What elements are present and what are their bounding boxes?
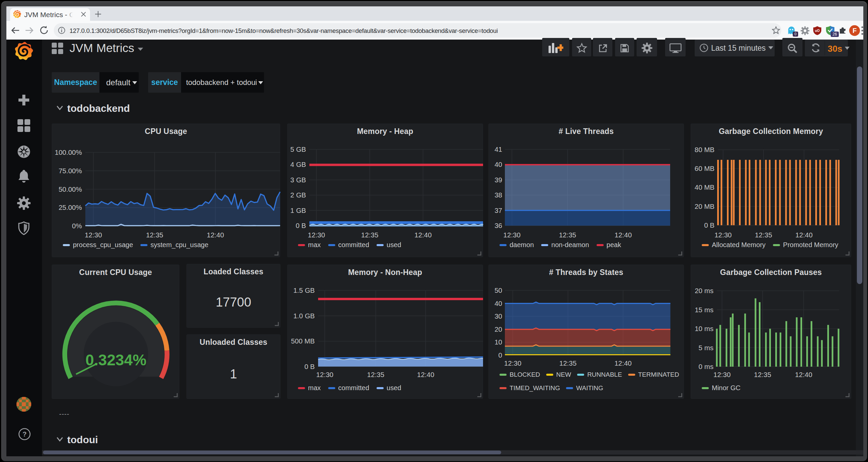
svg-text:12:35: 12:35 — [755, 231, 772, 239]
svg-text:39: 39 — [494, 176, 502, 184]
svg-text:12:40: 12:40 — [414, 231, 432, 239]
svg-text:12:35: 12:35 — [559, 231, 576, 239]
svg-text:25.00%: 25.00% — [58, 203, 82, 211]
svg-text:1 GB: 1 GB — [290, 206, 306, 214]
svg-text:12:30: 12:30 — [714, 231, 732, 239]
svg-text:12:40: 12:40 — [417, 371, 434, 378]
svg-text:0.3234%: 0.3234% — [85, 351, 147, 369]
svg-text:40 MB: 40 MB — [695, 183, 714, 191]
svg-text:1.5 GB: 1.5 GB — [293, 287, 315, 294]
svg-text:12:30: 12:30 — [316, 371, 333, 378]
svg-text:2 GB: 2 GB — [290, 191, 306, 199]
svg-text:0 ms: 0 ms — [699, 363, 713, 370]
svg-text:60 MB: 60 MB — [695, 165, 714, 172]
svg-text:30: 30 — [494, 312, 502, 320]
svg-text:50: 50 — [494, 287, 502, 294]
svg-text:5 GB: 5 GB — [290, 145, 306, 153]
svg-text:38: 38 — [494, 191, 502, 199]
svg-text:uO: uO — [815, 29, 819, 33]
svg-text:36: 36 — [494, 222, 502, 229]
svg-text:1.0 GB: 1.0 GB — [293, 312, 315, 320]
svg-text:12:35: 12:35 — [361, 231, 378, 239]
svg-text:20 ms: 20 ms — [695, 287, 713, 294]
svg-text:12:30: 12:30 — [504, 359, 521, 367]
svg-text:100.00%: 100.00% — [55, 148, 82, 156]
svg-text:12:35: 12:35 — [559, 359, 577, 367]
svg-text:10 ms: 10 ms — [695, 325, 713, 332]
svg-text:12:40: 12:40 — [614, 359, 631, 367]
svg-text:0 B: 0 B — [304, 363, 315, 370]
svg-text:12:30: 12:30 — [503, 231, 520, 239]
svg-text:80 MB: 80 MB — [695, 146, 714, 154]
svg-text:12:40: 12:40 — [615, 231, 632, 239]
svg-text:5 ms: 5 ms — [699, 344, 713, 352]
svg-text:12:35: 12:35 — [367, 371, 384, 378]
svg-text:4 GB: 4 GB — [290, 161, 306, 168]
svg-text:12:40: 12:40 — [796, 231, 813, 239]
svg-text:50.00%: 50.00% — [58, 185, 82, 193]
svg-text:40: 40 — [494, 161, 502, 168]
svg-text:12:30: 12:30 — [308, 231, 325, 239]
svg-text:75.00%: 75.00% — [58, 167, 82, 174]
svg-text:12:40: 12:40 — [795, 371, 812, 378]
svg-text:500 MB: 500 MB — [291, 337, 315, 345]
svg-text:0 B: 0 B — [296, 222, 306, 229]
svg-text:?: ? — [23, 430, 27, 438]
svg-text:0: 0 — [498, 351, 502, 359]
svg-text:12:30: 12:30 — [713, 371, 731, 378]
svg-text:37: 37 — [494, 206, 502, 214]
svg-text:41: 41 — [494, 145, 502, 153]
svg-text:12:35: 12:35 — [146, 231, 163, 239]
svg-text:12:35: 12:35 — [754, 371, 771, 378]
svg-text:12:30: 12:30 — [85, 231, 102, 239]
svg-text:3 GB: 3 GB — [290, 176, 306, 184]
svg-text:15 ms: 15 ms — [695, 306, 713, 314]
svg-text:12:40: 12:40 — [207, 231, 224, 239]
svg-text:10: 10 — [494, 338, 502, 346]
svg-text:0%: 0% — [72, 222, 82, 230]
svg-text:0 B: 0 B — [704, 221, 714, 229]
svg-text:20 MB: 20 MB — [695, 202, 714, 210]
svg-text:20: 20 — [494, 325, 502, 333]
svg-text:40: 40 — [494, 299, 502, 307]
